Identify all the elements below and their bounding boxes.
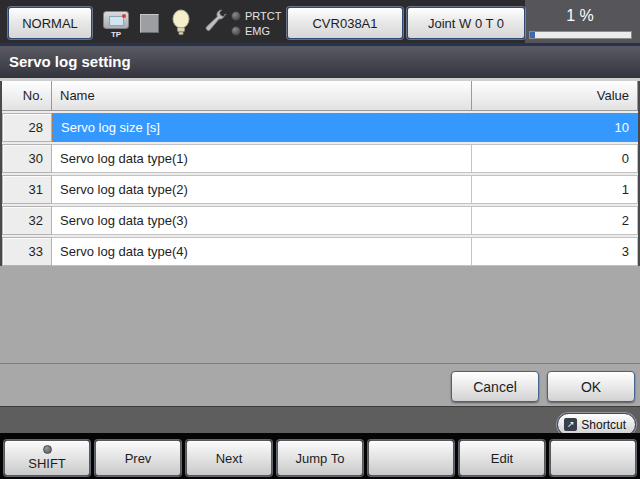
tp-device-body [103, 11, 129, 29]
shortcut-arrow-icon: ↗ [564, 418, 577, 431]
row-value: 1 [472, 175, 638, 204]
row-value: 10 [472, 113, 638, 142]
shortcut-band: ↗ Shortcut [0, 406, 640, 433]
coordinate-mode-button[interactable]: Joint W 0 T 0 [407, 7, 525, 39]
function-key-bar: SHIFT Prev Next Jump To Edit [0, 433, 640, 479]
blank-key-2[interactable] [550, 440, 636, 476]
cancel-button[interactable]: Cancel [451, 371, 539, 402]
shortcut-label: Shortcut [581, 418, 626, 432]
table-row[interactable]: 31 Servo log data type(2) 1 [2, 175, 638, 204]
speed-progress-bar [529, 31, 632, 39]
tp-label: TP [101, 30, 131, 39]
edit-key[interactable]: Edit [459, 440, 545, 476]
wrench-icon [203, 8, 229, 38]
emg-label: EMG [245, 25, 270, 37]
row-no: 32 [2, 206, 52, 235]
table-row[interactable]: 30 Servo log data type(1) 0 [2, 144, 638, 173]
mode-button[interactable]: NORMAL [8, 7, 92, 39]
tp-power-dot [122, 14, 126, 18]
row-name: Servo log data type(2) [52, 175, 472, 204]
safety-indicator-group: PRTCT EMG [231, 9, 287, 39]
shift-key[interactable]: SHIFT [4, 440, 90, 476]
row-no: 33 [2, 237, 52, 266]
row-value: 3 [472, 237, 638, 266]
header-name: Name [52, 81, 472, 110]
dialog-background [0, 266, 640, 363]
blank-key-1[interactable] [368, 440, 454, 476]
header-value: Value [472, 81, 638, 110]
shift-label: SHIFT [28, 456, 66, 471]
table-header-row: No. Name Value [2, 81, 638, 111]
dialog-button-band: Cancel OK [0, 364, 640, 406]
prtct-led-icon [231, 11, 241, 21]
row-no: 28 [2, 113, 52, 142]
jump-to-key[interactable]: Jump To [277, 440, 363, 476]
table-row[interactable]: 28 Servo log size [s] 10 [2, 113, 638, 142]
speed-percent-label: 1 % [525, 7, 635, 25]
table-row[interactable]: 33 Servo log data type(4) 3 [2, 237, 638, 266]
motor-status-square-icon [140, 14, 159, 33]
row-no: 31 [2, 175, 52, 204]
teach-pendant-screen: NORMAL TP PRTCT [0, 0, 640, 479]
prev-key[interactable]: Prev [95, 440, 181, 476]
row-no: 30 [2, 144, 52, 173]
header-no: No. [2, 81, 52, 110]
teach-pendant-icon: TP [101, 9, 131, 39]
shift-led-icon [43, 445, 52, 454]
row-name: Servo log data type(3) [52, 206, 472, 235]
row-value: 2 [472, 206, 638, 235]
ok-button[interactable]: OK [547, 371, 635, 402]
parameter-table: No. Name Value 28 Servo log size [s] 10 … [0, 81, 640, 266]
speed-progress-fill [530, 32, 535, 38]
top-status-bar: NORMAL TP PRTCT [0, 0, 640, 46]
prtct-label: PRTCT [245, 10, 281, 22]
next-key[interactable]: Next [186, 440, 272, 476]
row-name: Servo log data type(1) [52, 144, 472, 173]
row-name: Servo log data type(4) [52, 237, 472, 266]
table-row[interactable]: 32 Servo log data type(3) 2 [2, 206, 638, 235]
emg-led-icon [231, 26, 241, 36]
lamp-icon [171, 9, 191, 37]
program-button[interactable]: CVR038A1 [287, 7, 403, 39]
dialog-title: Servo log setting [0, 46, 640, 78]
row-name: Servo log size [s] [52, 113, 472, 142]
row-value: 0 [472, 144, 638, 173]
